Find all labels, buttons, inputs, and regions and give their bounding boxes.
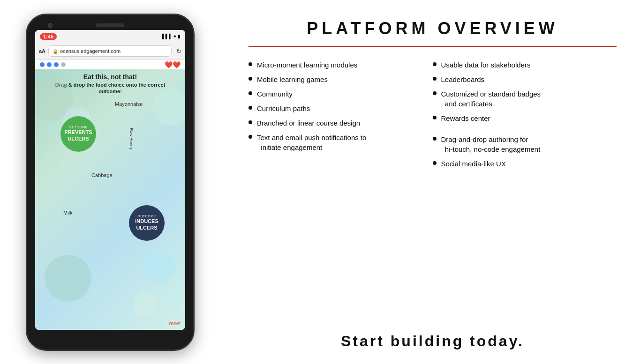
bokeh-5: [143, 250, 176, 283]
features-left-col: Micro-moment learning modules Mobile lea…: [248, 60, 433, 323]
feature-4-text: Curriculum paths: [257, 104, 310, 113]
food-mayonnaise: Mayonnaise: [115, 101, 143, 107]
bullet-r5: [433, 137, 437, 141]
browser-url: ocensus.edgagement.com: [60, 48, 120, 54]
status-time: 1:45: [40, 33, 57, 40]
bullet-3: [248, 91, 252, 95]
battery-icon: ▮: [178, 34, 181, 39]
feature-r6-text: Social media-like UX: [441, 159, 506, 169]
dot-4: [61, 62, 66, 67]
wifi-icon: ⌖: [173, 34, 176, 39]
feature-5: Branched or linear course design: [248, 118, 423, 128]
feature-6: Text and email push notifications to ini…: [248, 133, 423, 152]
features-row: Micro-moment learning modules Mobile lea…: [248, 60, 617, 323]
feature-r6: Social media-like UX: [433, 159, 608, 169]
platform-title: PLATFORM OVERVIEW: [248, 19, 617, 38]
phone-section: 1:45 ▌▌▌ ⌖ ▮ aA 🔒 ocensus.edgagement.com…: [0, 0, 220, 364]
bullet-6: [248, 135, 252, 139]
food-cabbage: Cabbage: [91, 172, 113, 178]
feature-r5-text: Drag-and-drop authoring for hi-touch, no…: [441, 134, 541, 154]
feature-6-text: Text and email push notifications to ini…: [257, 133, 366, 152]
food-milk: Milk: [63, 210, 73, 215]
bokeh-4: [45, 255, 91, 302]
bullet-4: [248, 106, 252, 110]
features-right-col: Usable data for stakeholders Leaderboard…: [433, 60, 617, 323]
feature-4: Curriculum paths: [248, 104, 423, 113]
bullet-r3: [433, 91, 437, 95]
feature-1: Micro-moment learning modules: [248, 60, 423, 70]
cta-section: Start building today.: [248, 333, 617, 350]
dots-bar: ❤️❤️: [35, 60, 185, 69]
feature-r5: Drag-and-drop authoring for hi-touch, no…: [433, 134, 608, 154]
feature-r3-text: Customized or standard badges and certif…: [441, 89, 541, 109]
feature-1-text: Micro-moment learning modules: [257, 60, 357, 70]
bullet-r6: [433, 161, 437, 165]
outcome1-label: OUTCOME: [69, 126, 87, 129]
bullet-2: [248, 77, 252, 81]
dot-3: [54, 62, 59, 67]
phone-speaker: [96, 23, 124, 27]
reset-link[interactable]: reset: [169, 320, 181, 326]
outcome1-text: PREVENTSULCERS: [64, 129, 92, 141]
game-area: Eat this, not that! Drag & drop the food…: [35, 69, 185, 330]
phone-device: 1:45 ▌▌▌ ⌖ ▮ aA 🔒 ocensus.edgagement.com…: [26, 14, 195, 351]
feature-r2: Leaderboards: [433, 74, 608, 84]
bokeh-6: [134, 292, 157, 316]
bullet-r1: [433, 62, 437, 66]
feature-5-text: Branched or linear course design: [257, 118, 360, 128]
dot-2: [47, 62, 52, 67]
browser-bar[interactable]: aA 🔒 ocensus.edgagement.com ↻: [35, 43, 185, 60]
bullet-1: [248, 62, 252, 66]
bokeh-3: [152, 88, 185, 126]
outcome2-text: INDUCESULCERS: [135, 218, 158, 230]
phone-top-bar: [34, 23, 187, 27]
food-raw-honey: Raw Honey: [129, 128, 134, 150]
right-col-spacer: [433, 128, 608, 134]
signal-icon: ▌▌▌: [162, 34, 172, 39]
refresh-icon[interactable]: ↻: [176, 48, 181, 55]
hearts-icon: ❤️❤️: [165, 61, 181, 68]
outcome-induces-ulcers: OUTCOME INDUCESULCERS: [129, 205, 165, 241]
bullet-r2: [433, 77, 437, 81]
feature-2: Mobile learning games: [248, 74, 423, 84]
outcome-prevents-ulcers: OUTCOME PREVENTSULCERS: [60, 116, 96, 152]
feature-r1-text: Usable data for stakeholders: [441, 60, 531, 70]
feature-r2-text: Leaderboards: [441, 74, 485, 84]
browser-aa-button[interactable]: aA: [39, 48, 45, 54]
dot-1: [40, 62, 45, 67]
bullet-5: [248, 120, 252, 124]
outcome2-label: OUTCOME: [137, 215, 156, 218]
phone-camera: [48, 23, 53, 28]
content-section: PLATFORM OVERVIEW Micro-moment learning …: [220, 0, 640, 364]
feature-r1: Usable data for stakeholders: [433, 60, 608, 70]
status-bar: 1:45 ▌▌▌ ⌖ ▮: [35, 30, 185, 43]
cta-text: Start building today.: [248, 333, 617, 350]
feature-3: Community: [248, 89, 423, 99]
phone-screen: 1:45 ▌▌▌ ⌖ ▮ aA 🔒 ocensus.edgagement.com…: [35, 30, 185, 330]
title-divider: [248, 46, 617, 47]
bullet-r4: [433, 116, 437, 119]
lock-icon: 🔒: [53, 49, 58, 54]
browser-url-box[interactable]: 🔒 ocensus.edgagement.com: [48, 45, 172, 57]
status-icons: ▌▌▌ ⌖ ▮: [162, 34, 181, 39]
feature-r4: Rewards center: [433, 113, 608, 123]
feature-r3: Customized or standard badges and certif…: [433, 89, 608, 109]
feature-2-text: Mobile learning games: [257, 74, 328, 84]
feature-r4-text: Rewards center: [441, 113, 490, 123]
feature-3-text: Community: [257, 89, 293, 99]
